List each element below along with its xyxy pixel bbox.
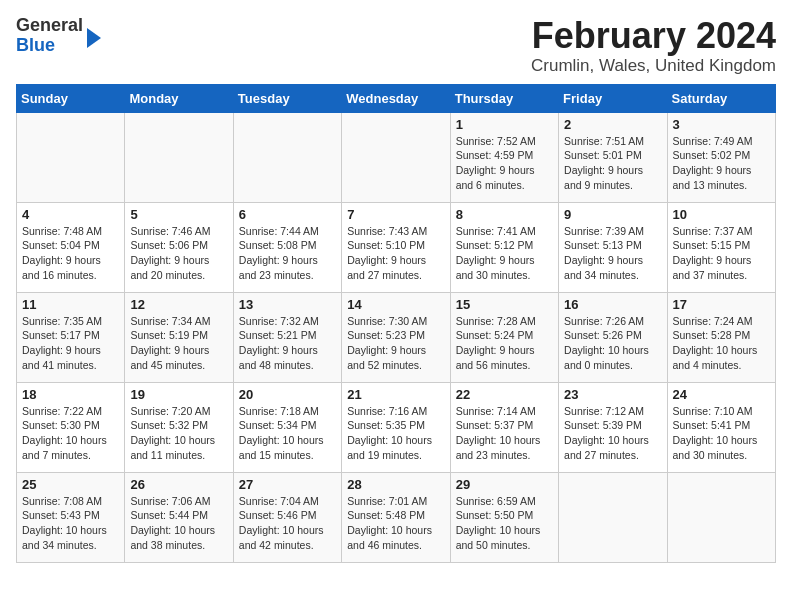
weekday-header-friday: Friday [559,84,667,112]
day-number: 17 [673,297,770,312]
day-info: Sunrise: 7:49 AM Sunset: 5:02 PM Dayligh… [673,134,770,193]
day-number: 6 [239,207,336,222]
calendar-cell: 28Sunrise: 7:01 AM Sunset: 5:48 PM Dayli… [342,472,450,562]
day-info: Sunrise: 7:43 AM Sunset: 5:10 PM Dayligh… [347,224,444,283]
day-info: Sunrise: 7:18 AM Sunset: 5:34 PM Dayligh… [239,404,336,463]
day-number: 11 [22,297,119,312]
weekday-header-row: SundayMondayTuesdayWednesdayThursdayFrid… [17,84,776,112]
calendar-cell [17,112,125,202]
week-row-3: 11Sunrise: 7:35 AM Sunset: 5:17 PM Dayli… [17,292,776,382]
day-number: 26 [130,477,227,492]
day-number: 24 [673,387,770,402]
week-row-5: 25Sunrise: 7:08 AM Sunset: 5:43 PM Dayli… [17,472,776,562]
day-number: 4 [22,207,119,222]
day-number: 8 [456,207,553,222]
calendar-cell: 4Sunrise: 7:48 AM Sunset: 5:04 PM Daylig… [17,202,125,292]
calendar-cell: 3Sunrise: 7:49 AM Sunset: 5:02 PM Daylig… [667,112,775,202]
calendar-cell: 10Sunrise: 7:37 AM Sunset: 5:15 PM Dayli… [667,202,775,292]
day-number: 15 [456,297,553,312]
day-info: Sunrise: 7:28 AM Sunset: 5:24 PM Dayligh… [456,314,553,373]
day-info: Sunrise: 7:14 AM Sunset: 5:37 PM Dayligh… [456,404,553,463]
calendar-cell: 14Sunrise: 7:30 AM Sunset: 5:23 PM Dayli… [342,292,450,382]
weekday-header-thursday: Thursday [450,84,558,112]
day-info: Sunrise: 7:39 AM Sunset: 5:13 PM Dayligh… [564,224,661,283]
day-info: Sunrise: 7:26 AM Sunset: 5:26 PM Dayligh… [564,314,661,373]
day-info: Sunrise: 7:52 AM Sunset: 4:59 PM Dayligh… [456,134,553,193]
calendar-cell: 21Sunrise: 7:16 AM Sunset: 5:35 PM Dayli… [342,382,450,472]
day-info: Sunrise: 6:59 AM Sunset: 5:50 PM Dayligh… [456,494,553,553]
day-number: 19 [130,387,227,402]
title-block: February 2024 Crumlin, Wales, United Kin… [531,16,776,76]
calendar-cell: 27Sunrise: 7:04 AM Sunset: 5:46 PM Dayli… [233,472,341,562]
day-number: 29 [456,477,553,492]
day-info: Sunrise: 7:24 AM Sunset: 5:28 PM Dayligh… [673,314,770,373]
calendar-cell [233,112,341,202]
day-number: 20 [239,387,336,402]
day-number: 1 [456,117,553,132]
logo-arrow-icon [87,28,101,48]
calendar-cell: 24Sunrise: 7:10 AM Sunset: 5:41 PM Dayli… [667,382,775,472]
calendar-cell: 2Sunrise: 7:51 AM Sunset: 5:01 PM Daylig… [559,112,667,202]
calendar-cell: 7Sunrise: 7:43 AM Sunset: 5:10 PM Daylig… [342,202,450,292]
day-number: 12 [130,297,227,312]
calendar-cell [125,112,233,202]
calendar-cell: 18Sunrise: 7:22 AM Sunset: 5:30 PM Dayli… [17,382,125,472]
calendar-cell [342,112,450,202]
day-number: 9 [564,207,661,222]
day-info: Sunrise: 7:20 AM Sunset: 5:32 PM Dayligh… [130,404,227,463]
calendar-cell: 15Sunrise: 7:28 AM Sunset: 5:24 PM Dayli… [450,292,558,382]
day-number: 16 [564,297,661,312]
day-info: Sunrise: 7:01 AM Sunset: 5:48 PM Dayligh… [347,494,444,553]
day-number: 7 [347,207,444,222]
weekday-header-saturday: Saturday [667,84,775,112]
day-info: Sunrise: 7:10 AM Sunset: 5:41 PM Dayligh… [673,404,770,463]
week-row-1: 1Sunrise: 7:52 AM Sunset: 4:59 PM Daylig… [17,112,776,202]
calendar-cell: 19Sunrise: 7:20 AM Sunset: 5:32 PM Dayli… [125,382,233,472]
weekday-header-wednesday: Wednesday [342,84,450,112]
page-header: General Blue February 2024 Crumlin, Wale… [16,16,776,76]
day-info: Sunrise: 7:48 AM Sunset: 5:04 PM Dayligh… [22,224,119,283]
day-info: Sunrise: 7:16 AM Sunset: 5:35 PM Dayligh… [347,404,444,463]
day-number: 5 [130,207,227,222]
calendar-cell: 26Sunrise: 7:06 AM Sunset: 5:44 PM Dayli… [125,472,233,562]
week-row-2: 4Sunrise: 7:48 AM Sunset: 5:04 PM Daylig… [17,202,776,292]
day-info: Sunrise: 7:37 AM Sunset: 5:15 PM Dayligh… [673,224,770,283]
calendar-cell [667,472,775,562]
day-info: Sunrise: 7:22 AM Sunset: 5:30 PM Dayligh… [22,404,119,463]
day-number: 21 [347,387,444,402]
day-number: 23 [564,387,661,402]
calendar-cell: 13Sunrise: 7:32 AM Sunset: 5:21 PM Dayli… [233,292,341,382]
day-info: Sunrise: 7:41 AM Sunset: 5:12 PM Dayligh… [456,224,553,283]
day-number: 3 [673,117,770,132]
day-number: 18 [22,387,119,402]
day-info: Sunrise: 7:06 AM Sunset: 5:44 PM Dayligh… [130,494,227,553]
calendar-subtitle: Crumlin, Wales, United Kingdom [531,56,776,76]
calendar-title: February 2024 [531,16,776,56]
calendar-cell: 9Sunrise: 7:39 AM Sunset: 5:13 PM Daylig… [559,202,667,292]
day-info: Sunrise: 7:35 AM Sunset: 5:17 PM Dayligh… [22,314,119,373]
day-number: 13 [239,297,336,312]
day-info: Sunrise: 7:34 AM Sunset: 5:19 PM Dayligh… [130,314,227,373]
calendar-cell: 1Sunrise: 7:52 AM Sunset: 4:59 PM Daylig… [450,112,558,202]
calendar-cell: 20Sunrise: 7:18 AM Sunset: 5:34 PM Dayli… [233,382,341,472]
day-number: 25 [22,477,119,492]
day-number: 22 [456,387,553,402]
weekday-header-sunday: Sunday [17,84,125,112]
day-info: Sunrise: 7:04 AM Sunset: 5:46 PM Dayligh… [239,494,336,553]
calendar-cell: 11Sunrise: 7:35 AM Sunset: 5:17 PM Dayli… [17,292,125,382]
weekday-header-tuesday: Tuesday [233,84,341,112]
day-info: Sunrise: 7:12 AM Sunset: 5:39 PM Dayligh… [564,404,661,463]
day-info: Sunrise: 7:08 AM Sunset: 5:43 PM Dayligh… [22,494,119,553]
calendar-cell: 12Sunrise: 7:34 AM Sunset: 5:19 PM Dayli… [125,292,233,382]
day-number: 28 [347,477,444,492]
calendar-cell [559,472,667,562]
day-number: 10 [673,207,770,222]
day-number: 27 [239,477,336,492]
calendar-cell: 23Sunrise: 7:12 AM Sunset: 5:39 PM Dayli… [559,382,667,472]
calendar-cell: 25Sunrise: 7:08 AM Sunset: 5:43 PM Dayli… [17,472,125,562]
day-number: 14 [347,297,444,312]
calendar-cell: 5Sunrise: 7:46 AM Sunset: 5:06 PM Daylig… [125,202,233,292]
day-info: Sunrise: 7:44 AM Sunset: 5:08 PM Dayligh… [239,224,336,283]
calendar-cell: 17Sunrise: 7:24 AM Sunset: 5:28 PM Dayli… [667,292,775,382]
logo-text: General Blue [16,16,83,56]
